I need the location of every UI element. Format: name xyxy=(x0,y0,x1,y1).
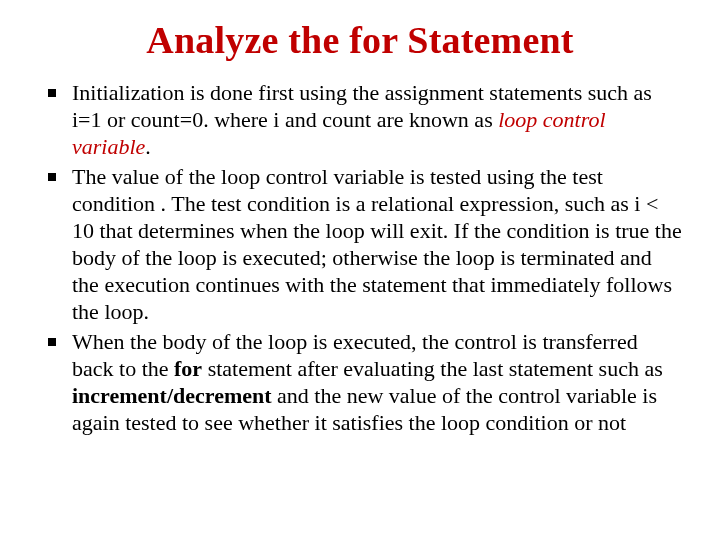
list-item: Initialization is done first using the a… xyxy=(44,80,684,160)
bullet-text: The value of the loop control variable i… xyxy=(72,164,682,323)
bold-for: for xyxy=(174,356,202,381)
list-item: The value of the loop control variable i… xyxy=(44,164,684,325)
bullet-text: . xyxy=(145,134,151,159)
bullet-list: Initialization is done first using the a… xyxy=(30,80,690,437)
bullet-text: statement after evaluating the last stat… xyxy=(202,356,663,381)
slide-title: Analyze the for Statement xyxy=(30,18,690,62)
bold-increment-decrement: increment/decrement xyxy=(72,383,272,408)
list-item: When the body of the loop is executed, t… xyxy=(44,329,684,436)
slide: Analyze the for Statement Initialization… xyxy=(0,0,720,540)
